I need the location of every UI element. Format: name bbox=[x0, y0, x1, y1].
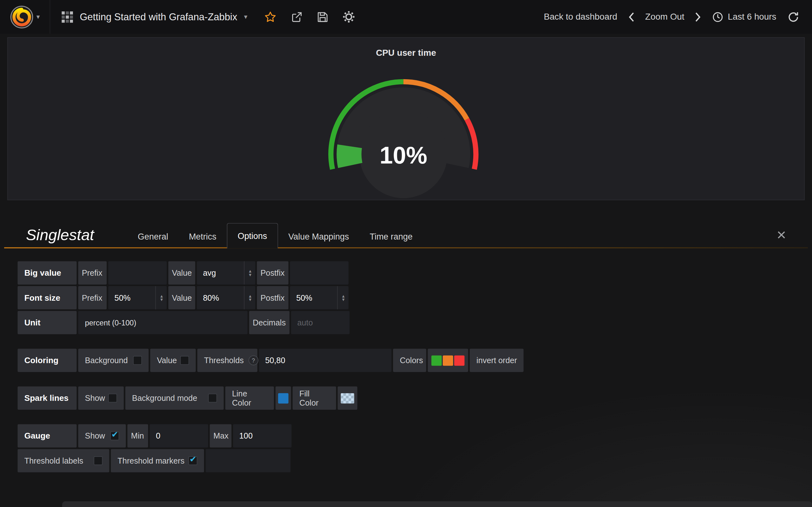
invert-order-button[interactable]: invert order bbox=[470, 349, 524, 372]
gauge-row: Gauge Show Min Max bbox=[18, 424, 524, 447]
postfix-label: Postfix bbox=[257, 286, 289, 309]
time-picker-button[interactable]: Last 6 hours bbox=[712, 11, 776, 22]
time-shift-right-button[interactable] bbox=[695, 12, 702, 22]
grafana-logo-icon bbox=[10, 5, 34, 29]
caret-down-icon: ▾ bbox=[37, 13, 40, 20]
big-value-postfix-field[interactable] bbox=[290, 261, 348, 284]
background-label: Background bbox=[85, 355, 128, 365]
unit-dropdown[interactable]: percent (0-100) bbox=[78, 311, 248, 334]
refresh-button[interactable] bbox=[787, 10, 800, 23]
prefix-label: Prefix bbox=[78, 261, 107, 284]
value-fontsize-select[interactable]: 80% ▲▼ bbox=[197, 286, 255, 309]
prefix-label: Prefix bbox=[78, 286, 107, 309]
tab-options[interactable]: Options bbox=[227, 223, 278, 248]
line-color-swatch[interactable] bbox=[278, 393, 289, 403]
tab-general[interactable]: General bbox=[128, 225, 179, 248]
color-swatch-green[interactable] bbox=[432, 355, 442, 366]
fill-color-cell bbox=[338, 387, 357, 410]
share-button[interactable] bbox=[290, 10, 303, 23]
zoom-out-button[interactable]: Zoom Out bbox=[645, 12, 684, 22]
gauge-show-checkbox[interactable] bbox=[110, 432, 119, 441]
coloring-value-toggle[interactable]: Value bbox=[150, 349, 196, 372]
big-value-row: Big value Prefix Value avg ▲▼ Postfix bbox=[18, 261, 524, 284]
background-mode-checkbox[interactable] bbox=[208, 394, 217, 402]
coloring-background-toggle[interactable]: Background bbox=[78, 349, 149, 372]
tab-metrics[interactable]: Metrics bbox=[179, 225, 227, 248]
sparklines-row: Spark lines Show Background mode Line Co… bbox=[18, 387, 524, 410]
max-label: Max bbox=[210, 424, 232, 447]
top-navbar: ▾ Getting Started with Grafana-Zabbix ▾ bbox=[0, 0, 812, 34]
grafana-app: ▾ Getting Started with Grafana-Zabbix ▾ bbox=[0, 0, 812, 507]
grafana-menu-button[interactable]: ▾ bbox=[0, 0, 50, 34]
coloring-group: Coloring Background Value Thresholds ? C… bbox=[18, 349, 524, 372]
prefix-fontsize-select[interactable]: 50% ▲▼ bbox=[108, 286, 166, 309]
font-size-label: Font size bbox=[18, 286, 77, 309]
help-icon[interactable]: ? bbox=[248, 355, 258, 365]
color-swatch-red[interactable] bbox=[454, 355, 465, 366]
dashboard-title: Getting Started with Grafana-Zabbix bbox=[80, 11, 237, 22]
decimals-input[interactable] bbox=[291, 311, 350, 334]
thresholds-input[interactable] bbox=[259, 349, 392, 372]
panel-title[interactable]: CPU user time bbox=[8, 48, 804, 59]
big-value-prefix-input[interactable] bbox=[108, 261, 166, 284]
editor-tabs: General Metrics Options Value Mappings T… bbox=[128, 223, 423, 248]
sparklines-group: Spark lines Show Background mode Line Co… bbox=[18, 387, 524, 410]
tab-value-mappings[interactable]: Value Mappings bbox=[278, 225, 359, 248]
threshold-markers-toggle[interactable]: Threshold markers bbox=[111, 449, 204, 472]
stepper-icon: ▲▼ bbox=[337, 286, 349, 309]
background-mode-label: Background mode bbox=[132, 394, 197, 403]
panel-type-title: Singlestat bbox=[26, 226, 128, 244]
colors-swatches-cell bbox=[428, 349, 468, 372]
font-size-row: Font size Prefix 50% ▲▼ Value 80% ▲▼ Pos… bbox=[18, 286, 524, 309]
value-checkbox[interactable] bbox=[180, 356, 189, 365]
star-icon bbox=[264, 10, 276, 23]
share-icon bbox=[290, 10, 303, 23]
decimals-field[interactable] bbox=[291, 311, 350, 334]
max-input[interactable] bbox=[233, 424, 292, 447]
color-swatch-orange[interactable] bbox=[443, 355, 453, 366]
big-value-prefix-field[interactable] bbox=[108, 261, 166, 284]
gauge-thresholds-row: Threshold labels Threshold markers bbox=[18, 449, 524, 472]
postfix-fontsize-select[interactable]: 50% ▲▼ bbox=[290, 286, 348, 309]
tab-time-range[interactable]: Time range bbox=[359, 225, 423, 248]
settings-button[interactable] bbox=[342, 10, 355, 23]
threshold-labels-checkbox[interactable] bbox=[94, 456, 103, 465]
gear-icon bbox=[342, 10, 355, 23]
threshold-labels-toggle[interactable]: Threshold labels bbox=[18, 449, 109, 472]
close-editor-button[interactable]: × bbox=[777, 227, 786, 243]
save-icon bbox=[317, 11, 328, 22]
gauge-value: 10% bbox=[380, 141, 427, 169]
time-shift-left-button[interactable] bbox=[628, 12, 635, 22]
show-label: Show bbox=[85, 431, 105, 441]
chevron-right-icon bbox=[695, 12, 702, 22]
singlestat-panel: CPU user time 10% bbox=[7, 38, 805, 200]
stepper-icon: ▲▼ bbox=[155, 286, 167, 309]
save-button[interactable] bbox=[317, 11, 328, 22]
min-label: Min bbox=[128, 424, 148, 447]
dashboard-title-button[interactable]: Getting Started with Grafana-Zabbix ▾ bbox=[50, 0, 256, 34]
gauge-group: Gauge Show Min Max Threshold labels bbox=[18, 424, 524, 472]
gauge-show-toggle[interactable]: Show bbox=[78, 424, 126, 447]
thresholds-field[interactable] bbox=[259, 349, 392, 372]
navbar-right: Back to dashboard Zoom Out Last 6 hours bbox=[544, 10, 812, 23]
show-label: Show bbox=[85, 394, 105, 403]
star-button[interactable] bbox=[264, 10, 276, 23]
show-checkbox[interactable] bbox=[108, 394, 117, 402]
postfix-size-value: 50% bbox=[296, 293, 312, 302]
max-field[interactable] bbox=[233, 424, 292, 447]
min-field[interactable] bbox=[150, 424, 208, 447]
sparklines-show-toggle[interactable]: Show bbox=[78, 387, 124, 410]
background-checkbox[interactable] bbox=[133, 356, 142, 365]
decimals-label: Decimals bbox=[249, 311, 289, 334]
fill-color-swatch[interactable] bbox=[341, 393, 354, 403]
back-to-dashboard-button[interactable]: Back to dashboard bbox=[544, 12, 617, 22]
big-value-label: Big value bbox=[18, 261, 77, 284]
next-panel-row-peek bbox=[62, 501, 812, 507]
min-input[interactable] bbox=[150, 424, 208, 447]
background-mode-toggle[interactable]: Background mode bbox=[125, 387, 223, 410]
big-value-postfix-input[interactable] bbox=[290, 261, 348, 284]
caret-down-icon: ▾ bbox=[244, 13, 247, 20]
gauge: 10% bbox=[326, 77, 481, 200]
big-value-stat-select[interactable]: avg ▲▼ bbox=[197, 261, 255, 284]
threshold-markers-checkbox[interactable] bbox=[189, 456, 197, 465]
